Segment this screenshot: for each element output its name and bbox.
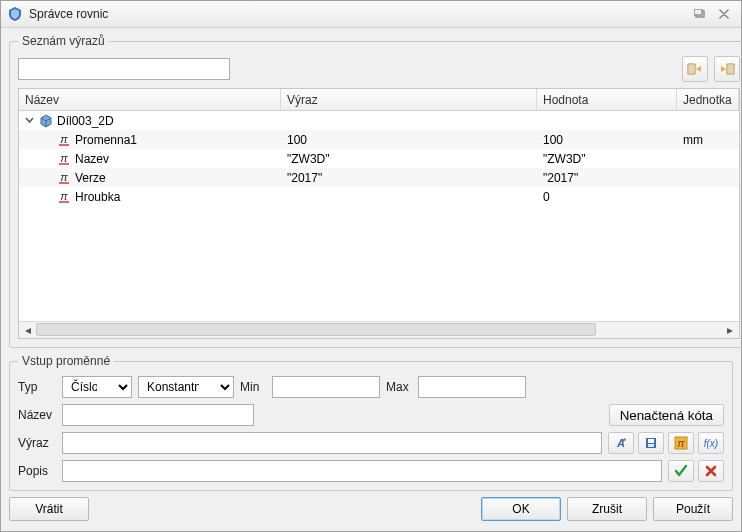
chevron-down-icon[interactable] <box>23 115 35 127</box>
cancel-button[interactable]: Zrušit <box>567 497 647 521</box>
var-expr <box>281 196 537 198</box>
pi-icon: π <box>57 152 71 166</box>
save-expression-button[interactable] <box>638 432 664 454</box>
unloaded-dimension-button[interactable]: Nenačtená kóta <box>609 404 724 426</box>
col-header-hodnota[interactable]: Hodnota <box>537 89 677 110</box>
var-unit <box>677 196 739 198</box>
ok-button[interactable]: OK <box>481 497 561 521</box>
svg-text:A: A <box>616 437 625 449</box>
dialog-footer: Vrátit OK Zrušit Použít <box>9 497 733 523</box>
var-value: "ZW3D" <box>537 151 677 167</box>
svg-text:π: π <box>60 171 68 183</box>
scroll-left-icon[interactable]: ◂ <box>19 322 36 338</box>
import-button[interactable] <box>682 56 708 82</box>
pi-constant-button[interactable]: π <box>668 432 694 454</box>
var-name: Promenna1 <box>75 133 137 147</box>
horizontal-scrollbar[interactable]: ◂ ▸ <box>19 321 739 338</box>
scroll-thumb[interactable] <box>36 323 596 336</box>
accept-button[interactable] <box>668 460 694 482</box>
vyraz-input[interactable] <box>62 432 602 454</box>
variable-input-legend: Vstup proměnné <box>18 354 114 368</box>
apply-button[interactable]: Použít <box>653 497 733 521</box>
export-button[interactable] <box>714 56 740 82</box>
svg-text:π: π <box>60 190 68 202</box>
svg-text:π: π <box>60 133 68 145</box>
restore-icon[interactable] <box>689 5 711 23</box>
check-expression-button[interactable]: A <box>608 432 634 454</box>
max-label: Max <box>386 380 412 394</box>
reset-button[interactable]: Vrátit <box>9 497 89 521</box>
typ-label: Typ <box>18 380 56 394</box>
typ-select[interactable]: Číslo <box>62 376 132 398</box>
part-icon <box>39 114 53 128</box>
tree-root-label: Díl003_2D <box>57 114 114 128</box>
tree-root-row[interactable]: Díl003_2D <box>19 111 739 130</box>
var-expr: "2017" <box>281 170 537 186</box>
var-value: 0 <box>537 189 677 205</box>
var-unit <box>677 177 739 179</box>
col-header-vyraz[interactable]: Výraz <box>281 89 537 110</box>
app-icon <box>7 6 23 22</box>
pi-icon: π <box>57 171 71 185</box>
var-name: Verze <box>75 171 106 185</box>
var-expr: 100 <box>281 132 537 148</box>
var-value: 100 <box>537 132 677 148</box>
col-header-nazev[interactable]: Název <box>19 89 281 110</box>
pi-icon: π <box>57 133 71 147</box>
nazev-input[interactable] <box>62 404 254 426</box>
col-header-jednotka[interactable]: Jednotka <box>677 89 739 110</box>
expressions-group: Seznám výrazů Název Výraz Hodnota Jednot… <box>9 34 742 348</box>
var-name: Nazev <box>75 152 109 166</box>
popis-input[interactable] <box>62 460 662 482</box>
svg-rect-1 <box>694 9 702 15</box>
window-title: Správce rovnic <box>29 7 687 21</box>
svg-text:π: π <box>677 437 685 449</box>
svg-rect-12 <box>648 439 654 443</box>
svg-rect-13 <box>648 444 654 447</box>
min-input[interactable] <box>272 376 380 398</box>
table-row[interactable]: π Verze "2017" "2017" <box>19 168 739 187</box>
close-icon[interactable] <box>713 5 735 23</box>
expressions-legend: Seznám výrazů <box>18 34 109 48</box>
variable-input-group: Vstup proměnné Typ Číslo Konstantní Min … <box>9 354 733 491</box>
filter-input[interactable] <box>18 58 230 80</box>
popis-label: Popis <box>18 464 56 478</box>
var-unit <box>677 158 739 160</box>
svg-text:π: π <box>60 152 68 164</box>
min-label: Min <box>240 380 266 394</box>
function-button[interactable]: f(x) <box>698 432 724 454</box>
var-expr: "ZW3D" <box>281 151 537 167</box>
vyraz-label: Výraz <box>18 436 56 450</box>
var-unit: mm <box>677 132 739 148</box>
table-row[interactable]: π Hroubka 0 <box>19 187 739 206</box>
konst-select[interactable]: Konstantní <box>138 376 234 398</box>
scroll-right-icon[interactable]: ▸ <box>722 322 739 338</box>
expressions-table: Název Výraz Hodnota Jednotka <box>18 88 740 339</box>
nazev-label: Název <box>18 408 56 422</box>
max-input[interactable] <box>418 376 526 398</box>
var-name: Hroubka <box>75 190 120 204</box>
table-row[interactable]: π Nazev "ZW3D" "ZW3D" <box>19 149 739 168</box>
var-value: "2017" <box>537 170 677 186</box>
svg-text:f(x): f(x) <box>704 438 718 449</box>
table-row[interactable]: π Promenna1 100 100 mm <box>19 130 739 149</box>
reject-button[interactable] <box>698 460 724 482</box>
pi-icon: π <box>57 190 71 204</box>
